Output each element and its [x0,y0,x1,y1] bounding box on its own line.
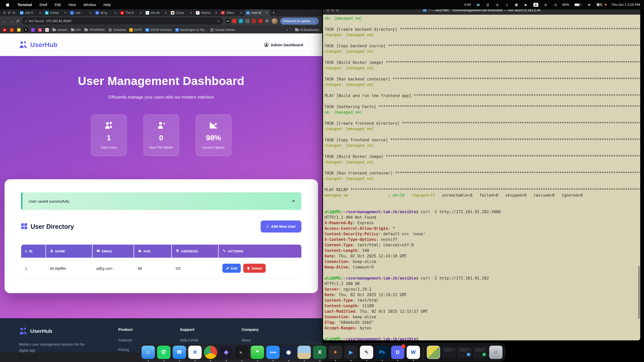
panel-extension-icon[interactable]: ❒ [265,19,269,23]
browser-menu-kebab-icon[interactable]: ⋮ [312,19,316,23]
browser-tab-conta[interactable]: ◉Conta✕ [169,9,194,16]
address-bar[interactable]: ⚠Not Secure 172.161.91.202/# ☆ [22,17,223,25]
bookmark-prgrmng[interactable]: PRGRMNG [84,28,105,32]
tab-close-icon[interactable]: ✕ [114,11,117,15]
dock-davinci-resolve[interactable]: ✦ [329,346,342,359]
terminal-content[interactable]: ok: [managed_vm] TASK [Create backend di… [323,15,640,341]
tab-close-icon[interactable]: ✕ [164,11,168,15]
not-secure-badge[interactable]: ⚠Not Secure [25,19,44,23]
dock-iina-player[interactable]: ▶ [344,346,358,359]
dock-minimized-window-2[interactable] [458,347,471,357]
red-circle-extension-icon[interactable] [232,19,236,23]
volume-menu-icon[interactable]: ◁) [553,3,557,7]
menu-item-edit[interactable]: Edit [55,3,61,7]
tab-close-icon[interactable]: ✕ [189,11,193,15]
bookmark-schedule[interactable]: ◐Schedule [108,28,126,32]
gray-extension-icon[interactable] [245,19,250,23]
screen-record-menu-icon[interactable]: ▶ [524,3,528,7]
admin-dashboard-link[interactable]: Admin Dashboard [264,42,303,47]
dock-discord[interactable]: D [391,346,405,359]
dock-word[interactable]: W [407,346,420,359]
browser-tab-offers[interactable]: FTOffers✕ [220,9,245,16]
edit-button[interactable]: Edit [222,264,241,273]
sketch-bookmark[interactable]: ◇ [38,28,42,32]
x-bookmark[interactable]: 𝕏 [24,28,28,32]
reload-button[interactable]: ↺ [16,19,19,23]
input-source-badge[interactable]: A [533,3,538,7]
footer-link-about[interactable]: About [242,338,303,342]
creative-cloud-menu-icon[interactable]: ◎ [495,3,500,7]
dock-photoshop[interactable]: Ps [376,346,389,359]
control-center-icon[interactable] [596,3,603,7]
bookmark-washington-to-riy-[interactable]: ✈Washington to Riy... [175,28,207,32]
ghub-menu-icon[interactable]: Ɡ [486,3,490,7]
gmail-bookmark[interactable]: M [45,28,49,32]
footer-link-features[interactable]: Features [118,338,180,342]
profile-avatar[interactable] [272,18,278,24]
menu-item-help[interactable]: Help [103,3,111,7]
bookmark-star-icon[interactable]: ☆ [217,19,220,23]
dock-textedit[interactable]: ✎ [360,346,373,359]
dock-steam[interactable]: ◉ [282,346,295,359]
dock-trash[interactable]: ⌇⌇ [489,346,503,359]
add-new-user-button[interactable]: + Add New User [261,220,301,233]
browser-tab-vim-de[interactable]: Gvim de✕ [144,9,169,16]
tab-close-icon[interactable]: ✕ [63,11,67,15]
bookmark-date[interactable]: ◔DATE [129,28,142,32]
dock-chrome[interactable]: ● [204,346,217,359]
tab-close-icon[interactable]: ✕ [214,11,218,15]
youtube-bookmark[interactable]: ▶ [3,28,7,32]
terminal-scrollbar[interactable] [638,266,640,319]
stage-manager-menu-icon[interactable]: ▦ [514,3,519,7]
bookmark-uni[interactable]: UNI [71,28,81,32]
menu-clock[interactable]: Thu Oct 2 3:25 PM [612,3,640,7]
browser-tab-ali-rg[interactable]: Aali-rg✕ [94,9,119,16]
bookmarks-overflow-chevron[interactable]: » [286,28,288,32]
zoom-window-button[interactable] [13,11,15,14]
dock-terminal-app[interactable]: >_ [235,346,249,359]
bookmark-random[interactable]: random [52,28,67,32]
menu-item-window[interactable]: Window [84,3,96,7]
dock-mail[interactable]: ✉ [173,346,186,359]
menu-item-app[interactable]: Terminal [17,3,32,7]
battery-icon[interactable] [574,3,582,6]
password-extension-icon[interactable]: oo [226,19,230,23]
iphone-mirroring-menu-icon[interactable]: ▯ [505,3,509,7]
teal-extension-icon[interactable]: ✓ [239,19,243,23]
bookmark-zoom-ironhack[interactable]: zmZOOM Ironhack [145,28,172,32]
menu-item-shell[interactable]: Shell [39,3,47,7]
twitch-bookmark[interactable] [31,28,35,32]
dock-obsidian[interactable]: ◆ [220,346,233,359]
tab-close-icon[interactable]: ✕ [38,11,42,15]
url-text[interactable]: 172.161.91.202/# [46,19,71,23]
red-badge-extension-icon[interactable]: » [258,19,263,23]
browser-tab-interna[interactable]: 📍Interna✕ [194,9,220,16]
browser-tab-join-fr[interactable]: zmJoin fr✕ [18,9,44,16]
dock-zoom-app[interactable]: zoom [266,346,280,359]
dock-downloads-stack[interactable] [427,346,440,359]
forward-button[interactable]: → [9,19,14,24]
tab-close-icon[interactable]: ✕ [239,11,243,15]
back-button[interactable]: ← [3,19,7,24]
new-tab-button[interactable]: + [270,11,277,15]
minimize-window-button[interactable] [8,11,11,14]
apple-menu-icon[interactable] [6,3,10,7]
browser-tab-lab-[interactable]: ≡Lab -✕ [69,9,94,16]
dock-excel[interactable]: X [313,346,327,359]
browser-tab-user-m[interactable]: vnUser M✕ [245,9,270,16]
footer-link-help-center[interactable]: Help Center [180,338,242,342]
tab-close-icon[interactable]: ✕ [139,11,142,15]
menu-item-view[interactable]: View [68,3,76,7]
close-window-button[interactable] [3,11,6,14]
relaunch-to-update-button[interactable]: Relaunch to update ⋮ [280,18,319,25]
reddit-bookmark[interactable]: ☺ [10,28,14,32]
bookmark-saudia-airlines[interactable]: ◐Saudia Airlines [210,28,235,32]
dock-minimized-window-3[interactable] [474,347,487,357]
toast-close-button[interactable]: × [292,199,295,203]
all-bookmarks-button[interactable]: All Bookmarks [295,28,319,32]
tab-close-icon[interactable]: ✕ [89,11,92,15]
dock-vscode[interactable]: ✕ [188,346,202,359]
site-logo[interactable]: UserHub [19,41,57,49]
dock-photo-app[interactable] [298,346,311,359]
browser-tab-ironha[interactable]: ◆Ironha✕ [44,9,69,16]
